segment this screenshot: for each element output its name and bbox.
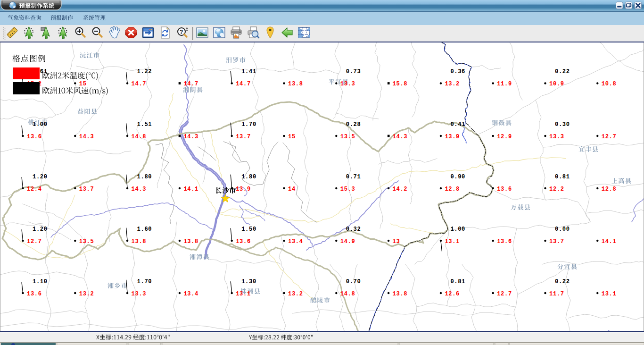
svg-text:0.30: 0.30 xyxy=(555,121,570,128)
svg-text:12.4: 12.4 xyxy=(27,186,42,193)
svg-text:1.60: 1.60 xyxy=(137,226,152,233)
svg-text:13.7: 13.7 xyxy=(549,238,564,245)
svg-text:0.81: 0.81 xyxy=(450,278,465,285)
svg-text:13.2: 13.2 xyxy=(79,291,94,297)
svg-text:12.7: 12.7 xyxy=(497,291,512,297)
svg-text:0.32: 0.32 xyxy=(346,226,361,233)
svg-text:14: 14 xyxy=(288,186,296,193)
svg-text:1.20: 1.20 xyxy=(33,174,48,180)
svg-text:0.22: 0.22 xyxy=(555,278,570,285)
svg-text:14.3: 14.3 xyxy=(132,186,147,193)
svg-text:1.70: 1.70 xyxy=(241,121,256,128)
svg-text:1.20: 1.20 xyxy=(33,226,48,233)
svg-text:1.70: 1.70 xyxy=(137,278,152,285)
svg-text:13.5: 13.5 xyxy=(79,238,94,245)
svg-text:15: 15 xyxy=(79,81,87,87)
svg-text:1.30: 1.30 xyxy=(241,278,256,285)
svg-text:1.00: 1.00 xyxy=(450,226,465,233)
svg-text:13.6: 13.6 xyxy=(27,291,42,297)
svg-text:13.7: 13.7 xyxy=(79,186,94,193)
svg-text:14.2: 14.2 xyxy=(393,186,408,193)
svg-text:14.7: 14.7 xyxy=(183,81,198,87)
svg-text:14.3: 14.3 xyxy=(183,134,198,140)
svg-text:14.7: 14.7 xyxy=(236,81,251,87)
svg-text:1.80: 1.80 xyxy=(241,174,256,180)
svg-text:15.3: 15.3 xyxy=(340,186,355,193)
svg-text:13.9: 13.9 xyxy=(445,134,460,140)
svg-text:0.90: 0.90 xyxy=(450,174,465,180)
svg-text:1.10: 1.10 xyxy=(33,278,48,285)
svg-text:14.3: 14.3 xyxy=(393,134,408,140)
svg-text:11.9: 11.9 xyxy=(497,81,512,87)
svg-text:14.7: 14.7 xyxy=(132,81,147,87)
svg-text:13.1: 13.1 xyxy=(602,291,617,297)
svg-text:1.80: 1.80 xyxy=(137,174,152,180)
svg-text:15.8: 15.8 xyxy=(393,81,408,87)
svg-text:15: 15 xyxy=(288,134,296,140)
svg-text:?: ? xyxy=(180,29,183,35)
svg-text:13.5: 13.5 xyxy=(340,134,355,140)
svg-text:14.8: 14.8 xyxy=(132,134,147,140)
svg-text:0.71: 0.71 xyxy=(346,174,361,180)
svg-text:11.7: 11.7 xyxy=(549,291,564,297)
svg-text:12.8: 12.8 xyxy=(602,186,617,193)
svg-text:13.2: 13.2 xyxy=(445,81,460,87)
svg-text:13.1: 13.1 xyxy=(445,238,460,245)
svg-text:13.8: 13.8 xyxy=(288,81,303,87)
svg-text:12.6: 12.6 xyxy=(445,291,460,297)
svg-text:13.7: 13.7 xyxy=(236,134,251,140)
svg-text:13.6: 13.6 xyxy=(497,186,512,193)
svg-text:13.3: 13.3 xyxy=(132,291,147,297)
svg-text:0.70: 0.70 xyxy=(346,278,361,285)
svg-text:0.22: 0.22 xyxy=(555,68,570,75)
svg-text:14.9: 14.9 xyxy=(340,238,355,245)
svg-text:1.51: 1.51 xyxy=(137,121,152,128)
svg-text:10.9: 10.9 xyxy=(549,81,564,87)
svg-text:14.1: 14.1 xyxy=(602,238,617,245)
svg-text:13.3: 13.3 xyxy=(340,81,355,87)
svg-text:13.3: 13.3 xyxy=(549,134,564,140)
svg-text:0.41: 0.41 xyxy=(450,121,465,128)
svg-text:0.81: 0.81 xyxy=(555,174,570,180)
svg-text:13.8: 13.8 xyxy=(132,238,147,245)
svg-text:13.8: 13.8 xyxy=(393,291,408,297)
svg-text:13.9: 13.9 xyxy=(236,186,251,193)
svg-text:0.00: 0.00 xyxy=(555,226,570,233)
svg-text:14.3: 14.3 xyxy=(79,134,94,140)
svg-text:1.00: 1.00 xyxy=(33,121,48,128)
svg-text:14.8: 14.8 xyxy=(340,291,355,297)
svg-text:12.7: 12.7 xyxy=(27,238,42,245)
svg-text:14.1: 14.1 xyxy=(183,186,198,193)
svg-text:13.6: 13.6 xyxy=(27,134,42,140)
svg-text:1.22: 1.22 xyxy=(137,68,152,75)
svg-text:13.2: 13.2 xyxy=(288,291,303,297)
svg-text:12.7: 12.7 xyxy=(602,134,617,140)
svg-text:13.4: 13.4 xyxy=(288,238,303,245)
svg-text:12.8: 12.8 xyxy=(445,186,460,193)
svg-text:13.4: 13.4 xyxy=(183,291,198,297)
svg-text:13.1: 13.1 xyxy=(236,291,251,297)
svg-text:1.50: 1.50 xyxy=(241,226,256,233)
svg-text:13: 13 xyxy=(393,238,400,245)
svg-text:13.6: 13.6 xyxy=(497,238,512,245)
svg-text:0.36: 0.36 xyxy=(450,68,465,75)
svg-text:10.8: 10.8 xyxy=(602,81,617,87)
svg-text:12.2: 12.2 xyxy=(549,186,564,193)
svg-text:1.41: 1.41 xyxy=(241,68,256,75)
svg-text:13.8: 13.8 xyxy=(183,238,198,245)
svg-text:12.9: 12.9 xyxy=(497,134,512,140)
svg-text:0.73: 0.73 xyxy=(346,68,361,75)
svg-text:13.6: 13.6 xyxy=(236,238,251,245)
svg-text:0.28: 0.28 xyxy=(346,121,361,128)
